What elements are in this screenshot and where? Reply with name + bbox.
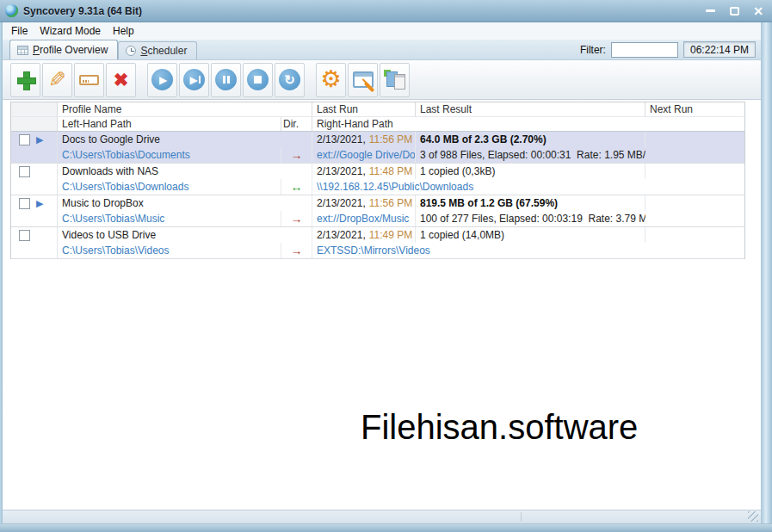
running-indicator-icon: ▶ — [36, 135, 43, 145]
tab-strip: Profile Overview Scheduler Filter: 06:22… — [3, 40, 761, 60]
header-left-hand-path[interactable]: Left-Hand Path — [58, 117, 281, 131]
header-last-run[interactable]: Last Run — [312, 102, 416, 117]
play-skip-circle-icon: ▶ — [183, 69, 205, 90]
profile-checkbox[interactable] — [19, 166, 30, 177]
filter-input[interactable] — [611, 42, 678, 58]
title-bar[interactable]: Syncovery 9.31a (64 Bit) ✕ — [0, 0, 772, 22]
tab-scheduler-label: Scheduler — [140, 45, 187, 57]
profile-checkbox[interactable] — [19, 198, 30, 209]
app-logo-icon — [5, 4, 18, 17]
header-checkbox-col — [11, 117, 58, 131]
header-last-result[interactable]: Last Result — [416, 102, 645, 117]
restart-circle-icon: ↻ — [279, 69, 300, 90]
pause-button[interactable] — [211, 63, 241, 97]
profile-row[interactable]: Downloads with NAS 2/13/2021,11:48 PM 1 … — [11, 164, 744, 195]
next-run-value — [645, 132, 744, 147]
right-hand-path[interactable]: ext://DropBox/Music — [312, 211, 416, 226]
left-hand-path[interactable]: C:\Users\Tobias\Videos — [58, 243, 281, 258]
profile-name: Docs to Google Drive — [58, 132, 312, 147]
next-run-value — [645, 195, 744, 211]
direction-arrow-icon: → — [291, 244, 303, 257]
profile-checkbox[interactable] — [19, 134, 30, 145]
minimize-button[interactable] — [703, 5, 717, 17]
last-result-summary: 1 copied (14,0MB) — [416, 227, 645, 243]
last-result-detail: 3 of 988 Files, Elapsed: 00:00:31 Rate: … — [416, 147, 645, 163]
window-wrench-icon — [353, 71, 374, 88]
tab-profile-overview[interactable]: Profile Overview — [9, 40, 118, 59]
restart-button[interactable]: ↻ — [275, 63, 305, 97]
resize-grip[interactable] — [748, 511, 758, 522]
left-hand-path[interactable]: C:\Users\Tobias\Downloads — [58, 179, 281, 195]
scheduler-clock-icon — [126, 46, 136, 56]
profiles-panel: Profile Name Last Run Last Result Next R… — [3, 100, 761, 510]
plus-icon — [17, 71, 34, 89]
toolbar: ✎ ✖ ▶ ▶ ↻ ⚙ — [3, 60, 761, 100]
advanced-settings-button[interactable] — [348, 63, 378, 97]
last-result-summary: 64.0 MB of 2.3 GB (2.70%) — [416, 132, 645, 147]
app-window: Syncovery 9.31a (64 Bit) ✕ File Wizard M… — [0, 0, 772, 532]
run-profile-button[interactable]: ▶ — [147, 63, 177, 97]
tab-profile-overview-label: Profile Overview — [33, 44, 108, 56]
next-run-value — [645, 164, 744, 179]
profile-row[interactable]: ▶ Docs to Google Drive 2/13/2021,11:56 P… — [11, 132, 744, 164]
stop-button[interactable] — [243, 63, 273, 97]
last-result-detail: 100 of 277 Files, Elapsed: 00:03:19 Rate… — [416, 211, 645, 226]
close-button[interactable]: ✕ — [751, 5, 765, 17]
header-dir[interactable]: Dir. — [281, 117, 312, 131]
last-result-summary: 1 copied (0,3kB) — [416, 164, 645, 179]
menu-help[interactable]: Help — [107, 23, 140, 39]
watermark-text: Filehisan.software — [361, 408, 638, 447]
delete-profile-button[interactable]: ✖ — [106, 63, 136, 97]
header-right-hand-path[interactable]: Right-Hand Path — [312, 117, 744, 131]
pencil-icon: ✎ — [48, 69, 66, 90]
gear-icon: ⚙ — [320, 68, 341, 91]
profile-row[interactable]: Videos to USB Drive 2/13/2021,11:49 PM 1… — [11, 227, 744, 259]
profile-name: Music to DropBox — [58, 195, 312, 211]
direction-arrow-icon: ↔ — [291, 180, 303, 194]
window-title: Syncovery 9.31a (64 Bit) — [23, 5, 142, 17]
left-hand-path[interactable]: C:\Users\Tobias\Music — [58, 211, 281, 226]
next-run-value — [645, 227, 744, 243]
rename-profile-button[interactable] — [74, 63, 104, 97]
copy-profiles-icon — [384, 70, 406, 90]
right-hand-path[interactable]: ext://Google Drive/Do... — [312, 147, 416, 163]
delete-x-icon: ✖ — [114, 71, 129, 89]
copy-profile-button[interactable] — [380, 63, 410, 97]
filter-label: Filter: — [580, 44, 606, 56]
running-indicator-icon: ▶ — [36, 199, 43, 208]
direction-arrow-icon: → — [291, 148, 303, 162]
right-hand-path[interactable]: EXTSSD:\Mirrors\Videos — [312, 243, 416, 258]
program-settings-button[interactable]: ⚙ — [316, 63, 346, 97]
profile-row[interactable]: ▶ Music to DropBox 2/13/2021,11:56 PM 81… — [11, 195, 744, 227]
menu-file[interactable]: File — [5, 23, 34, 39]
menu-wizard-mode[interactable]: Wizard Mode — [34, 23, 107, 39]
run-unattended-button[interactable]: ▶ — [179, 63, 209, 97]
profile-checkbox[interactable] — [19, 230, 30, 241]
status-bar — [3, 510, 761, 523]
right-hand-path[interactable]: \\192.168.12.45\Public\Downloads — [312, 179, 416, 195]
last-run-value: 2/13/2021,11:56 PM — [312, 132, 416, 147]
last-result-detail — [416, 243, 645, 258]
tab-scheduler[interactable]: Scheduler — [118, 41, 197, 59]
profile-name: Videos to USB Drive — [58, 227, 312, 243]
last-result-detail — [416, 179, 645, 195]
play-circle-icon: ▶ — [151, 69, 173, 90]
last-run-value: 2/13/2021,11:48 PM — [312, 164, 416, 179]
last-result-summary: 819.5 MB of 1.2 GB (67.59%) — [416, 195, 645, 211]
minimize-icon — [706, 9, 715, 12]
maximize-icon — [730, 7, 739, 15]
window-frame-right — [761, 22, 772, 523]
add-profile-button[interactable] — [10, 63, 40, 97]
header-next-run[interactable]: Next Run — [645, 102, 744, 117]
last-run-value: 2/13/2021,11:49 PM — [312, 227, 416, 243]
header-profile-name[interactable]: Profile Name — [58, 102, 312, 117]
profile-name: Downloads with NAS — [58, 164, 312, 179]
stop-circle-icon — [247, 69, 269, 90]
left-hand-path[interactable]: C:\Users\Tobias\Documents — [58, 147, 281, 163]
profile-overview-icon — [17, 46, 28, 55]
menu-bar: File Wizard Mode Help — [3, 22, 761, 40]
maximize-button[interactable] — [727, 5, 741, 17]
current-time: 06:22:14 PM — [683, 41, 756, 58]
edit-profile-button[interactable]: ✎ — [42, 63, 72, 97]
header-checkbox-col — [11, 102, 58, 117]
